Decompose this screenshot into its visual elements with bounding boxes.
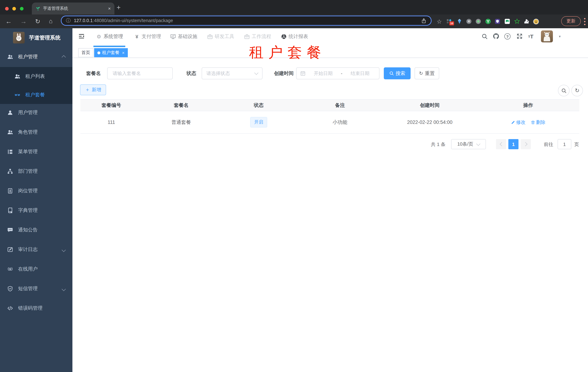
- page-size-select[interactable]: 10条/页: [451, 139, 486, 149]
- dictionary-icon: [7, 208, 13, 213]
- topnav-item-report[interactable]: 统计报表: [281, 28, 308, 44]
- topnav-item-system[interactable]: ⚙ 系统管理: [96, 28, 123, 44]
- date-end-placeholder[interactable]: 结束日期: [345, 70, 376, 77]
- screen: 芋道管理系统 × + ← → ↻ ⌂ ⓘ 127.0.0.1:48080/adm…: [0, 0, 588, 372]
- browser-menu-kebab-icon[interactable]: •••: [583, 17, 586, 26]
- tag-home[interactable]: 首页: [78, 48, 94, 57]
- filter-name-input[interactable]: [112, 70, 168, 76]
- tags-view-bar: 首页 租户套餐 ×: [73, 44, 588, 58]
- profile-avatar-icon[interactable]: [533, 19, 539, 24]
- column-header: 创建时间: [383, 100, 477, 111]
- reload-icon[interactable]: ↻: [35, 14, 40, 28]
- close-window-button[interactable]: [5, 7, 9, 11]
- sidebar-item-post-management[interactable]: 岗位管理: [0, 182, 73, 200]
- help-icon[interactable]: ?: [504, 33, 511, 40]
- add-button[interactable]: ＋ 新增: [80, 85, 106, 95]
- chevron-up-icon: [62, 54, 65, 60]
- sidebar-item-menu-management[interactable]: 菜单管理: [0, 143, 73, 161]
- avatar-caret-icon[interactable]: ▾: [556, 32, 563, 40]
- url-host: 127.0.0.1: [74, 18, 93, 23]
- tag-tenant-package[interactable]: 租户套餐 ×: [94, 48, 128, 57]
- extension-gem-badge-icon[interactable]: 10: [446, 19, 452, 24]
- sidebar-item-role-management[interactable]: 角色管理: [0, 123, 73, 141]
- prev-page-button[interactable]: [496, 139, 506, 149]
- current-page-button[interactable]: 1: [508, 139, 518, 149]
- fullscreen-icon[interactable]: [516, 32, 523, 40]
- bookmark-star-icon[interactable]: ☆: [437, 14, 442, 28]
- search-icon: [389, 71, 394, 76]
- extension-chat-icon[interactable]: [504, 19, 510, 24]
- home-icon[interactable]: ⌂: [49, 14, 53, 28]
- filter-status-select[interactable]: 请选择状态: [202, 67, 262, 79]
- delete-link[interactable]: 删除: [531, 119, 546, 126]
- extension-shield-icon[interactable]: [494, 19, 500, 24]
- user-icon: [7, 110, 13, 116]
- site-info-icon[interactable]: ⓘ: [66, 17, 71, 24]
- sidebar: 芋道管理系统 租户管理 租户列表 租户套餐 用户管理 角色管理: [0, 28, 73, 372]
- sidebar-item-online-users[interactable]: 在线用户: [0, 260, 73, 278]
- browser-chrome: 芋道管理系统 × + ← → ↻ ⌂ ⓘ 127.0.0.1:48080/adm…: [0, 0, 588, 28]
- goto-page-input[interactable]: [557, 139, 571, 149]
- sidebar-item-sms-management[interactable]: 短信管理: [0, 280, 73, 298]
- sidebar-item-tenant-management[interactable]: 租户管理: [0, 48, 73, 66]
- minimize-window-button[interactable]: [12, 7, 16, 11]
- eyelash-icon: [14, 92, 20, 98]
- date-start-placeholder[interactable]: 开始日期: [308, 70, 339, 77]
- search-button[interactable]: 搜索: [384, 67, 410, 79]
- topnav-item-payment[interactable]: ¥ 支付管理: [134, 28, 161, 44]
- extension-gem-icon[interactable]: [457, 19, 462, 24]
- tag-close-icon[interactable]: ×: [122, 50, 125, 55]
- reset-button[interactable]: ↻ 重置: [415, 67, 439, 79]
- forward-icon[interactable]: →: [20, 14, 27, 28]
- sidebar-item-audit-log[interactable]: 审计日志: [0, 241, 73, 259]
- extension-y-icon[interactable]: [485, 19, 491, 24]
- pie-chart-icon: [281, 33, 287, 39]
- sidebar-item-notice[interactable]: 通知公告: [0, 221, 73, 239]
- share-icon[interactable]: [421, 18, 427, 23]
- sidebar-item-tenant-list[interactable]: 租户列表: [0, 67, 73, 85]
- chevron-down-icon: [62, 247, 65, 252]
- chevron-down-icon: [254, 71, 259, 75]
- svg-text:⌘: ⌘: [467, 20, 470, 23]
- update-browser-button[interactable]: 更新: [561, 16, 581, 26]
- url-bar[interactable]: ⓘ 127.0.0.1:48080/admin-ui/system/tenant…: [61, 16, 431, 26]
- new-tab-button[interactable]: +: [116, 4, 121, 11]
- next-page-button[interactable]: [521, 139, 531, 149]
- briefcase-icon: [244, 33, 250, 39]
- extensions-puzzle-icon[interactable]: [524, 19, 529, 24]
- table-refresh-button[interactable]: ↻: [571, 85, 583, 96]
- extension-dot-icon[interactable]: [475, 19, 481, 24]
- sidebar-item-user-management[interactable]: 用户管理: [0, 104, 73, 122]
- sidebar-item-dict-management[interactable]: 字典管理: [0, 202, 73, 220]
- extension-command-icon[interactable]: ⌘: [466, 19, 472, 24]
- filter-date-range[interactable]: 开始日期 - 结束日期: [296, 67, 379, 79]
- org-tree-icon: [7, 169, 13, 174]
- sidebar-item-tenant-package[interactable]: 租户套餐: [0, 86, 73, 104]
- tab-close-icon[interactable]: ×: [108, 6, 111, 11]
- header-search-icon[interactable]: [481, 32, 488, 40]
- sidebar-item-dept-management[interactable]: 部门管理: [0, 162, 73, 181]
- column-header: 状态: [220, 100, 297, 111]
- github-icon[interactable]: [493, 32, 500, 40]
- topnav-item-devtools[interactable]: 研发工具: [207, 28, 234, 44]
- sidebar-collapse-icon[interactable]: [78, 32, 85, 40]
- table-search-toggle-button[interactable]: [558, 85, 569, 96]
- back-icon[interactable]: ←: [5, 14, 12, 28]
- url-path: :48080/admin-ui/system/tenant/package: [93, 18, 173, 23]
- topnav-item-workflow[interactable]: 工作流程: [244, 28, 271, 44]
- topnav-item-infra[interactable]: 基础设施: [170, 28, 197, 44]
- tab-title: 芋道管理系统: [43, 6, 106, 11]
- user-avatar[interactable]: [541, 31, 553, 43]
- browser-tab[interactable]: 芋道管理系统 ×: [32, 2, 115, 14]
- cell-created-at: 2022-02-22 00:54:00: [383, 111, 477, 134]
- code-icon: [7, 305, 13, 311]
- date-separator: -: [341, 71, 343, 76]
- data-table: 套餐编号 套餐名 状态 备注 创建时间 操作 111 普通套餐 开启 小功能 2…: [80, 99, 579, 134]
- zoom-window-button[interactable]: [20, 7, 23, 11]
- sidebar-item-error-code[interactable]: 错误码管理: [0, 299, 73, 317]
- app-header: ⚙ 系统管理 ¥ 支付管理 基础设施 研发工具 工作流程: [73, 28, 588, 44]
- calendar-icon: [300, 71, 305, 76]
- font-size-icon[interactable]: тT: [527, 32, 535, 40]
- edit-link[interactable]: 修改: [511, 119, 525, 126]
- extension-star-icon[interactable]: [514, 19, 520, 24]
